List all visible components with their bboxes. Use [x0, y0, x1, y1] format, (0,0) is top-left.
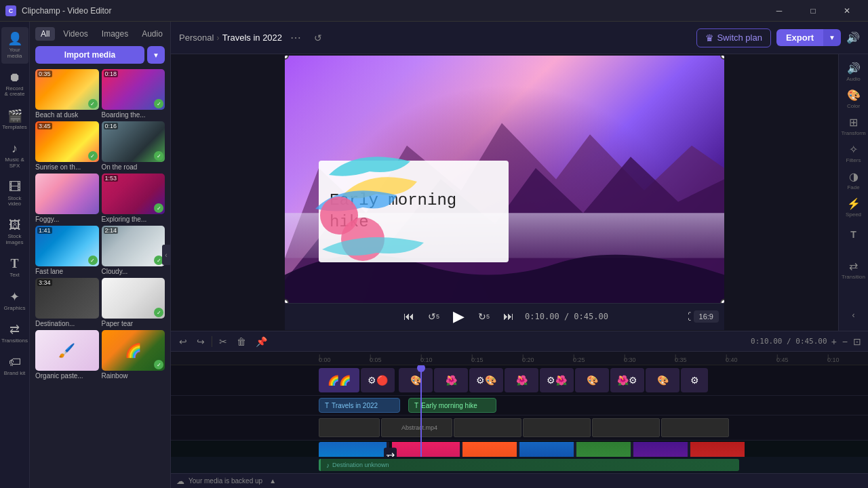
sticker-clip-8[interactable]: 🎨	[575, 368, 609, 392]
tab-images[interactable]: Images	[96, 27, 134, 41]
import-media-button[interactable]: Import media	[35, 46, 144, 64]
stock-video-icon: 🎞	[9, 180, 21, 195]
media-item-organic[interactable]: 🖌️ Organic paste...	[35, 330, 99, 380]
sticker-clip-4[interactable]: 🌺	[434, 368, 468, 392]
sticker-clip-7[interactable]: ⚙🌺	[540, 368, 574, 392]
export-dropdown-button[interactable]: ▼	[823, 29, 841, 46]
panel-collapse-arrow[interactable]: ‹	[162, 245, 170, 265]
cut-button[interactable]: ✂	[216, 335, 230, 348]
aspect-ratio-button[interactable]: 16:9	[694, 310, 719, 323]
blank-clip-3[interactable]	[454, 418, 521, 437]
maximize-button[interactable]: □	[797, 0, 829, 22]
media-item-boarding[interactable]: 0:18 ✓ Boarding the...	[102, 69, 165, 119]
sidebar-item-brand-kit[interactable]: 🏷 Brand kit	[1, 351, 28, 381]
breadcrumb-personal[interactable]: Personal	[179, 33, 214, 43]
sidebar-item-transitions[interactable]: ⇄ Transitions	[1, 318, 28, 348]
blank-clip-4[interactable]	[523, 418, 591, 437]
zoom-in-button[interactable]: +	[830, 335, 838, 348]
sticker-clip-5[interactable]: ⚙🎨	[469, 368, 503, 392]
sidebar-item-your-media[interactable]: 👤 Your media	[1, 27, 28, 64]
tab-videos[interactable]: Videos	[58, 27, 93, 41]
audio-clip[interactable]: ♪ Destination unknown	[319, 459, 739, 471]
forward-5-button[interactable]: ↻5	[475, 308, 492, 325]
import-dropdown-button[interactable]: ▼	[147, 46, 165, 64]
tab-all[interactable]: All	[35, 27, 55, 41]
filters-tool-button[interactable]: ✧ Filters	[842, 141, 866, 165]
project-more-button[interactable]: ⋯	[288, 30, 304, 45]
your-media-icon: 👤	[7, 31, 22, 46]
switch-plan-button[interactable]: ♛ Switch plan	[696, 28, 770, 47]
media-item-cloudy[interactable]: 2:14 ✓ Cloudy...	[102, 226, 165, 275]
skip-back-button[interactable]: ⏮	[401, 308, 417, 325]
audio-button[interactable]: 🔊	[846, 31, 860, 44]
sidebar-item-stock-video[interactable]: 🎞 Stock video	[1, 176, 28, 212]
blank-clip-6[interactable]	[661, 418, 729, 437]
media-item-foggy[interactable]: Foggy...	[35, 174, 99, 223]
speed-tool-button[interactable]: ⚡ Speed	[842, 195, 866, 220]
media-panel: All Videos Images Audio Import media ▼ 0…	[30, 22, 171, 488]
play-pause-button[interactable]: ▶	[450, 305, 467, 328]
sidebar-item-record[interactable]: ⏺ Record& create	[1, 66, 28, 102]
video-clip-main[interactable]: ⇄	[319, 442, 804, 457]
window-controls: ─ □ ✕	[764, 0, 863, 22]
media-item-exploring[interactable]: 1:53 ✓ Exploring the...	[102, 174, 165, 223]
transition-tool-icon: ⇄	[849, 260, 858, 272]
media-thumb-papertear: ✓	[102, 278, 165, 319]
media-item-papertear[interactable]: ✓ Paper tear	[102, 278, 165, 327]
audio-tool-button[interactable]: 🔊 Audio	[842, 60, 866, 84]
preview-canvas: Early morning hike	[285, 56, 724, 303]
blank-clip-2[interactable]	[381, 418, 452, 437]
text-clip-travels[interactable]: T Travels in 2022	[319, 398, 400, 413]
redo-button[interactable]: ↪	[194, 335, 208, 348]
zoom-out-button[interactable]: −	[841, 335, 849, 348]
media-item-destination[interactable]: 3:34 Destination...	[35, 278, 99, 327]
sticker-clip-11[interactable]: ⚙	[681, 368, 708, 392]
backup-expand-button[interactable]: ▲	[269, 477, 276, 485]
media-item-rainbow[interactable]: 🌈 ✓ Rainbow	[102, 330, 165, 380]
transform-tool-button[interactable]: ⊞ Transform	[842, 114, 866, 138]
fade-tool-button[interactable]: ◑ Fade	[842, 168, 866, 192]
sticker-clip-2[interactable]: ⚙🔴	[361, 368, 395, 392]
replay-5-button[interactable]: ↺5	[425, 308, 442, 325]
backup-icon: ☁	[176, 476, 184, 486]
right-sidebar-collapse[interactable]: ‹	[852, 305, 855, 325]
sidebar-item-music-sfx[interactable]: ♪ Music & SFX	[1, 138, 28, 174]
sidebar-item-graphics[interactable]: ✦ Graphics	[1, 285, 28, 316]
sticker-clip-3[interactable]: 🎨	[399, 368, 433, 392]
timeline-ruler: 0:00 0:05 0:10 0:15 0:20 0:25 0:30 0:35 …	[171, 352, 868, 365]
sidebar-item-templates[interactable]: 🎬 Templates	[1, 104, 28, 135]
sticker-clip-6[interactable]: 🌺	[505, 368, 538, 392]
color-tool-button[interactable]: 🎨 Color	[842, 87, 866, 111]
main-content: Personal › Travels in 2022 ⋯ ↺ ♛ Switch …	[171, 22, 868, 488]
undo-button[interactable]: ↩	[176, 335, 190, 348]
sticker-clip-9[interactable]: 🌺⚙	[610, 368, 644, 392]
video-track-row: ⇄	[171, 441, 868, 457]
right-sidebar: 🔊 Audio 🎨 Color ⊞ Transform ✧ Filters ◑	[838, 54, 868, 331]
text-clip-morning-hike[interactable]: T Early morning hike	[408, 398, 496, 413]
app-icon: C	[5, 5, 16, 16]
blank-clip-5[interactable]	[592, 418, 660, 437]
clip-add-button[interactable]: 📌	[253, 335, 270, 348]
minimize-button[interactable]: ─	[764, 0, 795, 22]
text-tool-button[interactable]: T	[842, 222, 866, 247]
media-item-fastlane[interactable]: 1:41 ✓ Fast lane	[35, 226, 99, 275]
export-button[interactable]: Export	[776, 29, 823, 46]
sticker-clip-1[interactable]: 🌈🌈	[319, 368, 359, 392]
sticker-clip-10[interactable]: 🎨	[646, 368, 679, 392]
skip-forward-button[interactable]: ⏭	[500, 308, 517, 325]
close-button[interactable]: ✕	[831, 0, 863, 22]
project-sync-button[interactable]: ↺	[309, 29, 327, 47]
transform-tool-icon: ⊞	[849, 116, 858, 129]
media-item-road[interactable]: 0:16 ✓ On the road	[102, 121, 165, 171]
bottom-bar: ☁ Your media is backed up ▲	[171, 473, 868, 488]
zoom-fit-button[interactable]: ⊡	[852, 335, 863, 348]
transition-tool-button[interactable]: ⇄ Transition	[842, 258, 866, 282]
blank-clip-1[interactable]	[319, 418, 380, 437]
tab-audio[interactable]: Audio	[136, 27, 168, 41]
sidebar-item-stock-images[interactable]: 🖼 Stock images	[1, 214, 28, 250]
media-item-beach[interactable]: 0:35 ✓ Beach at dusk	[35, 69, 99, 119]
media-item-sunrise[interactable]: 3:45 ✓ Sunrise on th...	[35, 121, 99, 171]
delete-button[interactable]: 🗑	[234, 335, 249, 348]
sidebar-item-text[interactable]: T Text	[1, 253, 28, 283]
color-tool-icon: 🎨	[847, 89, 861, 102]
